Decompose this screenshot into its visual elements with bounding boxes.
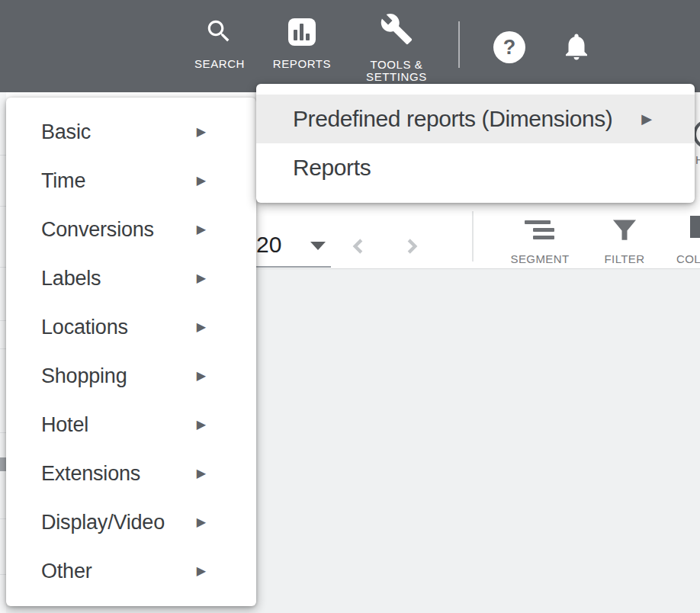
previous-page-chevron-icon[interactable]: [348, 236, 368, 256]
submenu-arrow-icon: ▶: [197, 370, 206, 382]
segment-label: SEGMENT: [502, 252, 578, 265]
menu-item-predefined-reports[interactable]: Predefined reports (Dimensions) ▶: [256, 95, 695, 143]
submenu-item-label: Labels: [41, 267, 101, 290]
google-ads-screen: 20 SEGMENT FILTER COLUMNS HELP: [0, 0, 700, 613]
submenu-item-other[interactable]: Other ▶: [6, 547, 256, 595]
wrench-icon: [380, 12, 413, 46]
background-row-divider: [0, 206, 6, 207]
submenu-item-label: Locations: [41, 316, 128, 339]
background-table-edge: [0, 92, 6, 613]
dropdown-caret-icon[interactable]: [310, 242, 326, 250]
submenu-arrow-icon: ▶: [197, 223, 206, 236]
reports-dropdown-menu: Predefined reports (Dimensions) ▶ Report…: [256, 84, 695, 203]
question-mark-icon: ?: [503, 36, 516, 59]
segment-icon: [533, 236, 554, 239]
search-icon: [204, 17, 233, 46]
segment-icon: [525, 220, 551, 224]
submenu-item-display-video[interactable]: Display/Video ▶: [6, 498, 256, 547]
background-row-divider: [0, 320, 6, 321]
submenu-item-extensions[interactable]: Extensions ▶: [6, 449, 256, 498]
dimensions-submenu: Basic ▶ Time ▶ Conversions ▶ Labels ▶ Lo…: [6, 98, 256, 606]
submenu-arrow-icon: ▶: [197, 321, 206, 333]
reports-label: REPORTS: [256, 58, 348, 70]
submenu-item-label: Shopping: [41, 364, 127, 388]
reports-nav-button[interactable]: REPORTS: [264, 0, 340, 92]
background-row-divider: [0, 348, 6, 349]
submenu-arrow-icon: ▶: [197, 272, 206, 284]
submenu-arrow-icon: ▶: [197, 467, 206, 480]
columns-label: COLUMNS: [676, 252, 700, 265]
top-app-bar: SEARCH REPORTS TOOLS & SETTINGS ?: [0, 0, 700, 92]
notifications-bell-icon[interactable]: [560, 30, 592, 63]
submenu-item-hotel[interactable]: Hotel ▶: [6, 400, 256, 449]
submenu-item-locations[interactable]: Locations ▶: [6, 303, 256, 351]
submenu-item-label: Extensions: [41, 462, 140, 486]
submenu-item-time[interactable]: Time ▶: [6, 156, 256, 205]
submenu-item-shopping[interactable]: Shopping ▶: [6, 351, 256, 400]
tools-settings-nav-button[interactable]: TOOLS & SETTINGS: [351, 0, 442, 92]
background-row-divider: [0, 155, 6, 156]
page-help-label: HELP: [695, 153, 700, 166]
next-page-chevron-icon[interactable]: [402, 236, 422, 256]
submenu-item-label: Conversions: [41, 218, 154, 242]
submenu-arrow-icon: ▶: [197, 565, 206, 577]
submenu-item-basic[interactable]: Basic ▶: [6, 108, 256, 156]
submenu-arrow-icon: ▶: [197, 126, 206, 138]
background-row-divider: [0, 432, 6, 433]
submenu-item-label: Other: [41, 560, 92, 583]
columns-icon: [690, 216, 700, 238]
submenu-arrow-icon: ▶: [641, 112, 652, 126]
background-row-divider: [0, 518, 6, 519]
submenu-arrow-icon: ▶: [197, 419, 206, 431]
submenu-item-label: Time: [41, 169, 85, 193]
submenu-item-label: Display/Video: [41, 511, 165, 534]
toolbar-divider: [472, 211, 474, 262]
submenu-item-label: Basic: [41, 120, 91, 144]
search-label: SEARCH: [174, 58, 265, 70]
menu-item-reports[interactable]: Reports: [256, 143, 695, 192]
background-row-divider: [0, 574, 6, 575]
topbar-divider: [458, 21, 460, 68]
menu-item-label: Predefined reports (Dimensions): [293, 106, 612, 132]
rows-per-page-underline: [256, 266, 331, 268]
filter-icon: [610, 216, 639, 245]
tools-settings-label: TOOLS & SETTINGS: [351, 59, 442, 83]
submenu-item-label: Hotel: [41, 413, 88, 437]
background-selected-row-edge: [0, 457, 6, 471]
segment-icon: [533, 228, 554, 232]
search-nav-button[interactable]: SEARCH: [174, 0, 265, 92]
submenu-arrow-icon: ▶: [197, 175, 206, 187]
submenu-item-conversions[interactable]: Conversions ▶: [6, 205, 256, 254]
reports-icon: [288, 18, 316, 46]
rows-per-page-value[interactable]: 20: [256, 232, 281, 258]
submenu-arrow-icon: ▶: [197, 516, 206, 528]
submenu-item-labels[interactable]: Labels ▶: [6, 254, 256, 303]
filter-label: FILTER: [594, 252, 655, 265]
help-button[interactable]: ?: [493, 31, 525, 63]
menu-item-label: Reports: [293, 155, 371, 181]
background-row-divider: [0, 267, 6, 268]
